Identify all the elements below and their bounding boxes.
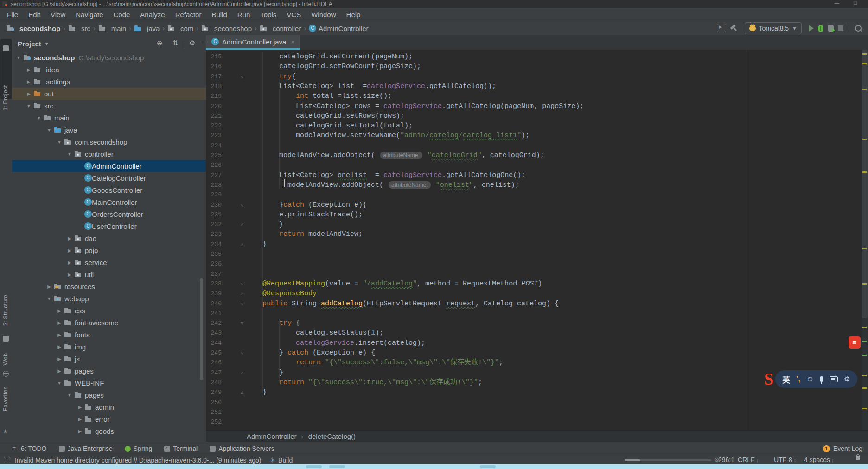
tree-row-catelogcontroller[interactable]: CatelogController	[12, 172, 206, 184]
tree-toggle-icon[interactable]: ▼	[34, 115, 44, 120]
caret-position[interactable]: 296:1	[718, 456, 734, 463]
breadcrumb-item-admincontroller[interactable]: AdminController	[309, 25, 369, 32]
collapse-all-icon[interactable]: ⇅	[172, 39, 179, 47]
tree-toggle-icon[interactable]: ▶	[55, 320, 64, 325]
fold-marker-icon[interactable]: ▿	[238, 299, 246, 309]
tree-toggle-icon[interactable]: ▼	[45, 127, 54, 133]
fold-marker-icon[interactable]: ▵	[238, 240, 246, 249]
breadcrumb-item-java[interactable]: java	[134, 25, 160, 32]
tree-row-goods[interactable]: ▶goods	[12, 425, 206, 437]
tree-row-maincontroller[interactable]: MainController	[12, 196, 206, 208]
tree-row-service[interactable]: ▶service	[12, 256, 206, 268]
toolwindow-terminal[interactable]: Terminal	[164, 445, 198, 452]
tree-toggle-icon[interactable]: ▼	[24, 103, 33, 108]
ime-language-toggle[interactable]: 英	[782, 374, 790, 385]
code-line[interactable]: }	[246, 387, 267, 397]
favorites-star-icon[interactable]: ★	[3, 428, 9, 434]
code-line[interactable]: }	[246, 220, 283, 229]
tree-toggle-icon[interactable]: ▶	[55, 344, 64, 349]
menu-code[interactable]: Code	[108, 11, 135, 19]
tree-row-goodscontroller[interactable]: GoodsController	[12, 184, 206, 196]
tab-admincontroller[interactable]: AdminController.java ×	[206, 35, 300, 50]
ime-notification-icon[interactable]: ≡	[849, 336, 861, 349]
window-controls[interactable]: — □	[834, 0, 863, 6]
toolwindow-javaee[interactable]: Java Enterprise	[59, 445, 113, 452]
fold-marker-icon[interactable]: ▵	[238, 368, 246, 378]
breadcrumb-item-main[interactable]: main	[98, 25, 127, 32]
tree-toggle-icon[interactable]: ▼	[65, 152, 74, 157]
project-panel-header[interactable]: Project ▼ ⊕ ⇅ ⚙ —	[12, 37, 206, 50]
code-line[interactable]: List<Catelog> rows = catelogService.getA…	[246, 101, 584, 111]
code-line[interactable]: }	[246, 240, 267, 249]
fold-marker-icon[interactable]: ▵	[238, 220, 246, 229]
code-line[interactable]: modelAndView.setViewName("admin/catelog/…	[246, 131, 530, 140]
tree-row-css[interactable]: ▶css	[12, 304, 206, 317]
tree-toggle-icon[interactable]: ▼	[65, 393, 74, 398]
code-line[interactable]: e.printStackTrace();	[246, 210, 363, 220]
profiler-button[interactable]	[828, 25, 834, 32]
code-line[interactable]: catelog.setStatus(1);	[246, 328, 383, 338]
event-log-button[interactable]: 1 Event Log	[823, 445, 862, 452]
tree-row-pojo[interactable]: ▶pojo	[12, 244, 206, 256]
tree-toggle-icon[interactable]: ▶	[65, 236, 74, 241]
tree-row-error[interactable]: ▶error	[12, 413, 206, 425]
encoding-select[interactable]: UTF-8↕	[774, 456, 796, 463]
run-button[interactable]	[809, 25, 814, 32]
tree-row-java[interactable]: ▼java	[12, 124, 206, 136]
globe-icon[interactable]	[3, 371, 9, 377]
tree-row-web-inf[interactable]: ▼WEB-INF	[12, 377, 206, 389]
code-line[interactable]: }catch (Exception e){	[246, 200, 367, 210]
tree-row-out[interactable]: ▶out	[12, 88, 206, 100]
tree-toggle-icon[interactable]: ▼	[55, 380, 64, 386]
menu-tools[interactable]: Tools	[255, 11, 281, 19]
tree-toggle-icon[interactable]: ▶	[65, 260, 74, 265]
tree-toggle-icon[interactable]: ▶	[75, 429, 84, 434]
tool-windows-icon[interactable]	[717, 25, 726, 32]
tree-row-img[interactable]: ▶img	[12, 341, 206, 353]
tree-row-usercontroller[interactable]: UserController	[12, 220, 206, 232]
tree-toggle-icon[interactable]: ▶	[65, 272, 74, 277]
microphone-icon[interactable]	[820, 376, 823, 382]
toggle-stripes-icon[interactable]	[4, 457, 10, 463]
emoji-icon[interactable]: ☺	[806, 375, 814, 383]
tree-row-resources[interactable]: ▶resources	[12, 280, 206, 292]
breadcrumb-item-src[interactable]: src	[68, 25, 90, 32]
menu-edit[interactable]: Edit	[23, 11, 45, 19]
tree-toggle-icon[interactable]: ▶	[75, 405, 84, 410]
fold-marker-icon[interactable]: ▿	[238, 348, 246, 358]
code-line[interactable]: List<Catelog> onelist = catelogService.g…	[246, 171, 525, 180]
tree-toggle-icon[interactable]: ▶	[55, 308, 64, 313]
code-line[interactable]: return modelAndView;	[246, 229, 363, 239]
stop-button[interactable]	[838, 25, 843, 31]
tree-toggle-icon[interactable]: ▶	[75, 417, 84, 422]
menu-window[interactable]: Window	[306, 11, 341, 19]
locate-icon[interactable]: ⊕	[157, 39, 163, 47]
code-line[interactable]: try {	[246, 318, 300, 328]
tree-row-controller[interactable]: ▼controller	[12, 148, 206, 160]
fold-marker-icon[interactable]: ▵	[238, 387, 246, 397]
fold-marker-icon[interactable]: ▿	[238, 318, 246, 328]
structure-icon[interactable]	[3, 336, 9, 342]
tree-row-dao[interactable]: ▶dao	[12, 232, 206, 244]
tree-row-orderscontroller[interactable]: OrdersController	[12, 208, 206, 220]
debug-button[interactable]	[818, 25, 823, 32]
code-line[interactable]: catelogService.insert(catelog);	[246, 338, 425, 348]
project-folder-icon[interactable]	[3, 45, 9, 51]
tree-row-secondshop[interactable]: ▼secondshopG:\study\secondshop	[12, 51, 206, 63]
menu-navigate[interactable]: Navigate	[70, 11, 108, 19]
sogou-logo-icon[interactable]: S	[764, 369, 773, 389]
stripe-button-favorites[interactable]: Favorites	[2, 387, 9, 411]
tree-row-com.secondshop[interactable]: ▼com.secondshop	[12, 136, 206, 148]
breadcrumb-item-secondshop[interactable]: secondshop	[201, 25, 252, 32]
code-line[interactable]: catelogGrid.setRows(rows);	[246, 111, 404, 121]
code-line[interactable]: public String addCatelog(HttpServletRequ…	[246, 299, 559, 309]
menu-run[interactable]: Run	[232, 11, 255, 19]
tree-row-admincontroller[interactable]: AdminController	[12, 160, 206, 172]
build-status[interactable]: Build	[278, 456, 293, 464]
tree-toggle-icon[interactable]: ▼	[45, 296, 54, 301]
stripe-button-web[interactable]: Web	[2, 353, 9, 366]
menu-refactor[interactable]: Refactor	[170, 11, 207, 19]
code-line[interactable]: @RequestMapping(value = "/addCatelog", m…	[246, 279, 542, 289]
breadcrumb-item-com[interactable]: com	[167, 25, 193, 32]
stripe-button-2-structure[interactable]: 2: Structure	[2, 295, 9, 326]
